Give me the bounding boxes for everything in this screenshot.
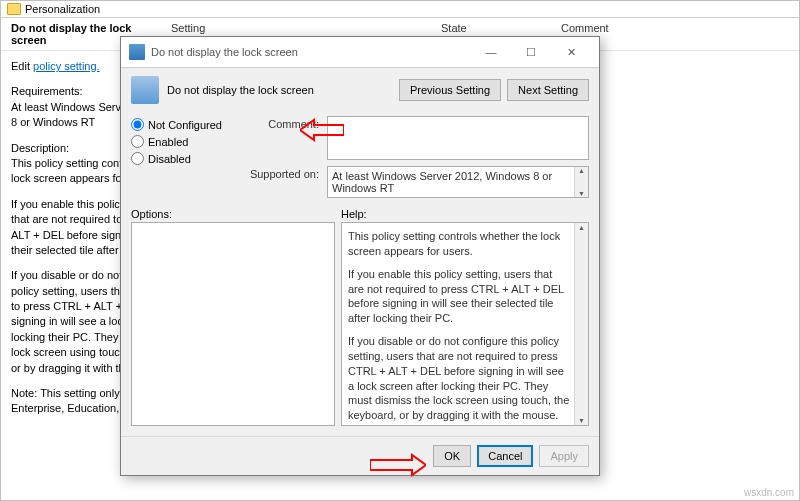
next-setting-button[interactable]: Next Setting xyxy=(507,79,589,101)
watermark: wsxdn.com xyxy=(744,487,794,498)
help-box: This policy setting controls whether the… xyxy=(341,222,589,426)
help-p1: This policy setting controls whether the… xyxy=(348,229,570,259)
radio-enabled[interactable]: Enabled xyxy=(131,133,241,150)
dialog-header: Do not display the lock screen Previous … xyxy=(121,68,599,112)
policy-dialog: Do not display the lock screen — ☐ ✕ Do … xyxy=(120,36,600,476)
scrollbar[interactable] xyxy=(574,167,588,197)
maximize-button[interactable]: ☐ xyxy=(511,42,551,62)
help-label: Help: xyxy=(341,208,589,220)
dialog-titlebar[interactable]: Do not display the lock screen — ☐ ✕ xyxy=(121,37,599,68)
ok-button[interactable]: OK xyxy=(433,445,471,467)
minimize-button[interactable]: — xyxy=(471,42,511,62)
radio-not-configured[interactable]: Not Configured xyxy=(131,116,241,133)
dialog-heading: Do not display the lock screen xyxy=(167,84,399,96)
cancel-button[interactable]: Cancel xyxy=(477,445,533,467)
options-box xyxy=(131,222,335,426)
policy-icon xyxy=(131,76,159,104)
radio-group: Not Configured Enabled Disabled xyxy=(131,116,241,167)
close-button[interactable]: ✕ xyxy=(551,42,591,62)
supported-on-box: At least Windows Server 2012, Windows 8 … xyxy=(327,166,589,198)
help-scrollbar[interactable] xyxy=(574,223,588,425)
bg-titlebar: Personalization xyxy=(1,1,799,18)
bg-window-title: Personalization xyxy=(25,3,100,15)
apply-button: Apply xyxy=(539,445,589,467)
radio-disabled[interactable]: Disabled xyxy=(131,150,241,167)
dialog-body: Not Configured Enabled Disabled Comment: xyxy=(121,112,599,430)
policy-setting-link[interactable]: policy setting. xyxy=(33,60,100,72)
dialog-footer: OK Cancel Apply xyxy=(121,436,599,475)
options-label: Options: xyxy=(131,208,341,220)
annotation-arrow-ok xyxy=(370,453,426,477)
supported-label: Supported on: xyxy=(249,166,319,180)
dialog-icon xyxy=(129,44,145,60)
help-p3: If you disable or do not configure this … xyxy=(348,334,570,423)
dialog-title: Do not display the lock screen xyxy=(151,46,471,58)
help-p2: If you enable this policy setting, users… xyxy=(348,267,570,326)
previous-setting-button[interactable]: Previous Setting xyxy=(399,79,501,101)
svg-marker-0 xyxy=(300,120,344,140)
comment-textarea[interactable] xyxy=(327,116,589,160)
annotation-arrow-enabled xyxy=(300,118,344,142)
svg-marker-1 xyxy=(370,455,426,475)
folder-icon xyxy=(7,3,21,15)
